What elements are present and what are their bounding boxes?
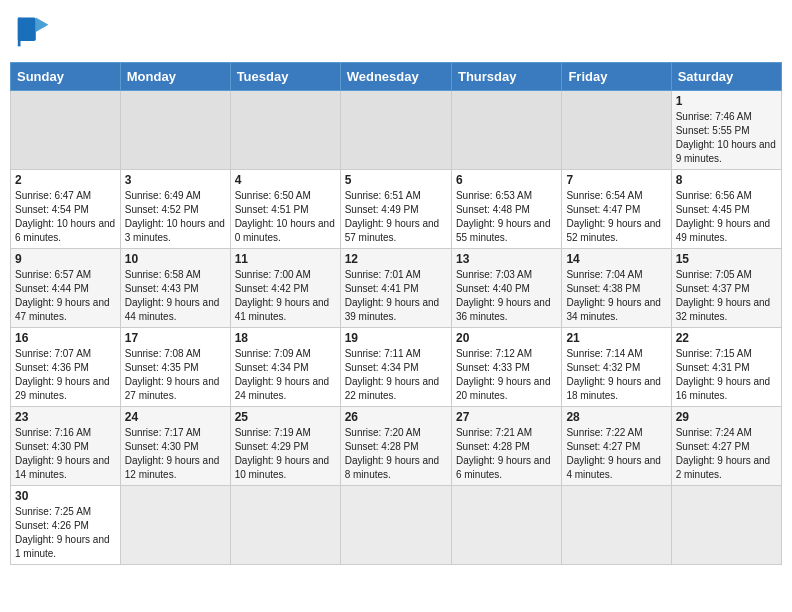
calendar-day-cell: 15Sunrise: 7:05 AM Sunset: 4:37 PM Dayli… <box>671 249 781 328</box>
day-info: Sunrise: 6:49 AM Sunset: 4:52 PM Dayligh… <box>125 189 226 245</box>
day-of-week-header: Monday <box>120 63 230 91</box>
calendar-day-cell: 8Sunrise: 6:56 AM Sunset: 4:45 PM Daylig… <box>671 170 781 249</box>
calendar-day-cell: 25Sunrise: 7:19 AM Sunset: 4:29 PM Dayli… <box>230 407 340 486</box>
day-of-week-header: Thursday <box>451 63 561 91</box>
calendar-day-cell: 18Sunrise: 7:09 AM Sunset: 4:34 PM Dayli… <box>230 328 340 407</box>
calendar-day-cell <box>562 486 671 565</box>
day-number: 29 <box>676 410 777 424</box>
page-header <box>10 10 782 54</box>
day-number: 9 <box>15 252 116 266</box>
day-number: 22 <box>676 331 777 345</box>
calendar-week-row: 9Sunrise: 6:57 AM Sunset: 4:44 PM Daylig… <box>11 249 782 328</box>
calendar-day-cell <box>120 486 230 565</box>
calendar-day-cell: 23Sunrise: 7:16 AM Sunset: 4:30 PM Dayli… <box>11 407 121 486</box>
day-number: 26 <box>345 410 447 424</box>
calendar-day-cell <box>340 91 451 170</box>
day-info: Sunrise: 6:54 AM Sunset: 4:47 PM Dayligh… <box>566 189 666 245</box>
calendar-day-cell: 6Sunrise: 6:53 AM Sunset: 4:48 PM Daylig… <box>451 170 561 249</box>
day-number: 15 <box>676 252 777 266</box>
calendar-week-row: 16Sunrise: 7:07 AM Sunset: 4:36 PM Dayli… <box>11 328 782 407</box>
day-info: Sunrise: 7:04 AM Sunset: 4:38 PM Dayligh… <box>566 268 666 324</box>
calendar-day-cell: 7Sunrise: 6:54 AM Sunset: 4:47 PM Daylig… <box>562 170 671 249</box>
calendar-day-cell <box>671 486 781 565</box>
calendar-day-cell: 2Sunrise: 6:47 AM Sunset: 4:54 PM Daylig… <box>11 170 121 249</box>
day-number: 19 <box>345 331 447 345</box>
calendar-week-row: 30Sunrise: 7:25 AM Sunset: 4:26 PM Dayli… <box>11 486 782 565</box>
day-info: Sunrise: 7:01 AM Sunset: 4:41 PM Dayligh… <box>345 268 447 324</box>
day-info: Sunrise: 7:17 AM Sunset: 4:30 PM Dayligh… <box>125 426 226 482</box>
day-number: 27 <box>456 410 557 424</box>
day-number: 25 <box>235 410 336 424</box>
calendar-day-cell: 12Sunrise: 7:01 AM Sunset: 4:41 PM Dayli… <box>340 249 451 328</box>
calendar-day-cell: 14Sunrise: 7:04 AM Sunset: 4:38 PM Dayli… <box>562 249 671 328</box>
calendar-day-cell <box>11 91 121 170</box>
calendar-day-cell <box>230 91 340 170</box>
calendar-day-cell <box>340 486 451 565</box>
day-number: 8 <box>676 173 777 187</box>
calendar-day-cell: 21Sunrise: 7:14 AM Sunset: 4:32 PM Dayli… <box>562 328 671 407</box>
day-number: 14 <box>566 252 666 266</box>
day-of-week-header: Sunday <box>11 63 121 91</box>
calendar-day-cell: 19Sunrise: 7:11 AM Sunset: 4:34 PM Dayli… <box>340 328 451 407</box>
day-of-week-header: Friday <box>562 63 671 91</box>
calendar-day-cell: 24Sunrise: 7:17 AM Sunset: 4:30 PM Dayli… <box>120 407 230 486</box>
calendar-day-cell <box>230 486 340 565</box>
calendar-header-row: SundayMondayTuesdayWednesdayThursdayFrid… <box>11 63 782 91</box>
calendar-day-cell: 1Sunrise: 7:46 AM Sunset: 5:55 PM Daylig… <box>671 91 781 170</box>
calendar-day-cell: 22Sunrise: 7:15 AM Sunset: 4:31 PM Dayli… <box>671 328 781 407</box>
day-number: 20 <box>456 331 557 345</box>
calendar-day-cell: 10Sunrise: 6:58 AM Sunset: 4:43 PM Dayli… <box>120 249 230 328</box>
day-number: 17 <box>125 331 226 345</box>
day-info: Sunrise: 6:56 AM Sunset: 4:45 PM Dayligh… <box>676 189 777 245</box>
day-number: 13 <box>456 252 557 266</box>
calendar-day-cell: 3Sunrise: 6:49 AM Sunset: 4:52 PM Daylig… <box>120 170 230 249</box>
calendar-day-cell: 29Sunrise: 7:24 AM Sunset: 4:27 PM Dayli… <box>671 407 781 486</box>
day-of-week-header: Saturday <box>671 63 781 91</box>
calendar-day-cell: 13Sunrise: 7:03 AM Sunset: 4:40 PM Dayli… <box>451 249 561 328</box>
day-number: 18 <box>235 331 336 345</box>
day-number: 28 <box>566 410 666 424</box>
generalblue-logo-icon <box>16 14 52 50</box>
day-info: Sunrise: 7:19 AM Sunset: 4:29 PM Dayligh… <box>235 426 336 482</box>
calendar-day-cell <box>120 91 230 170</box>
day-info: Sunrise: 7:20 AM Sunset: 4:28 PM Dayligh… <box>345 426 447 482</box>
day-number: 10 <box>125 252 226 266</box>
day-info: Sunrise: 7:15 AM Sunset: 4:31 PM Dayligh… <box>676 347 777 403</box>
day-info: Sunrise: 6:57 AM Sunset: 4:44 PM Dayligh… <box>15 268 116 324</box>
svg-marker-1 <box>36 18 49 32</box>
calendar-day-cell: 27Sunrise: 7:21 AM Sunset: 4:28 PM Dayli… <box>451 407 561 486</box>
day-info: Sunrise: 7:08 AM Sunset: 4:35 PM Dayligh… <box>125 347 226 403</box>
svg-rect-2 <box>18 18 21 47</box>
day-number: 2 <box>15 173 116 187</box>
calendar-day-cell: 9Sunrise: 6:57 AM Sunset: 4:44 PM Daylig… <box>11 249 121 328</box>
day-number: 16 <box>15 331 116 345</box>
day-info: Sunrise: 7:12 AM Sunset: 4:33 PM Dayligh… <box>456 347 557 403</box>
day-info: Sunrise: 6:51 AM Sunset: 4:49 PM Dayligh… <box>345 189 447 245</box>
day-number: 1 <box>676 94 777 108</box>
day-info: Sunrise: 7:09 AM Sunset: 4:34 PM Dayligh… <box>235 347 336 403</box>
calendar-day-cell: 30Sunrise: 7:25 AM Sunset: 4:26 PM Dayli… <box>11 486 121 565</box>
day-info: Sunrise: 7:25 AM Sunset: 4:26 PM Dayligh… <box>15 505 116 561</box>
day-info: Sunrise: 7:14 AM Sunset: 4:32 PM Dayligh… <box>566 347 666 403</box>
day-info: Sunrise: 7:07 AM Sunset: 4:36 PM Dayligh… <box>15 347 116 403</box>
day-number: 12 <box>345 252 447 266</box>
day-of-week-header: Wednesday <box>340 63 451 91</box>
calendar-day-cell <box>451 486 561 565</box>
calendar-day-cell <box>562 91 671 170</box>
day-number: 5 <box>345 173 447 187</box>
calendar-day-cell: 26Sunrise: 7:20 AM Sunset: 4:28 PM Dayli… <box>340 407 451 486</box>
calendar-week-row: 2Sunrise: 6:47 AM Sunset: 4:54 PM Daylig… <box>11 170 782 249</box>
day-number: 3 <box>125 173 226 187</box>
calendar-day-cell: 5Sunrise: 6:51 AM Sunset: 4:49 PM Daylig… <box>340 170 451 249</box>
day-info: Sunrise: 7:22 AM Sunset: 4:27 PM Dayligh… <box>566 426 666 482</box>
day-of-week-header: Tuesday <box>230 63 340 91</box>
day-info: Sunrise: 7:00 AM Sunset: 4:42 PM Dayligh… <box>235 268 336 324</box>
day-number: 4 <box>235 173 336 187</box>
day-info: Sunrise: 6:58 AM Sunset: 4:43 PM Dayligh… <box>125 268 226 324</box>
calendar-day-cell: 11Sunrise: 7:00 AM Sunset: 4:42 PM Dayli… <box>230 249 340 328</box>
calendar-day-cell: 4Sunrise: 6:50 AM Sunset: 4:51 PM Daylig… <box>230 170 340 249</box>
logo <box>16 14 56 50</box>
day-info: Sunrise: 7:21 AM Sunset: 4:28 PM Dayligh… <box>456 426 557 482</box>
day-number: 21 <box>566 331 666 345</box>
day-number: 6 <box>456 173 557 187</box>
